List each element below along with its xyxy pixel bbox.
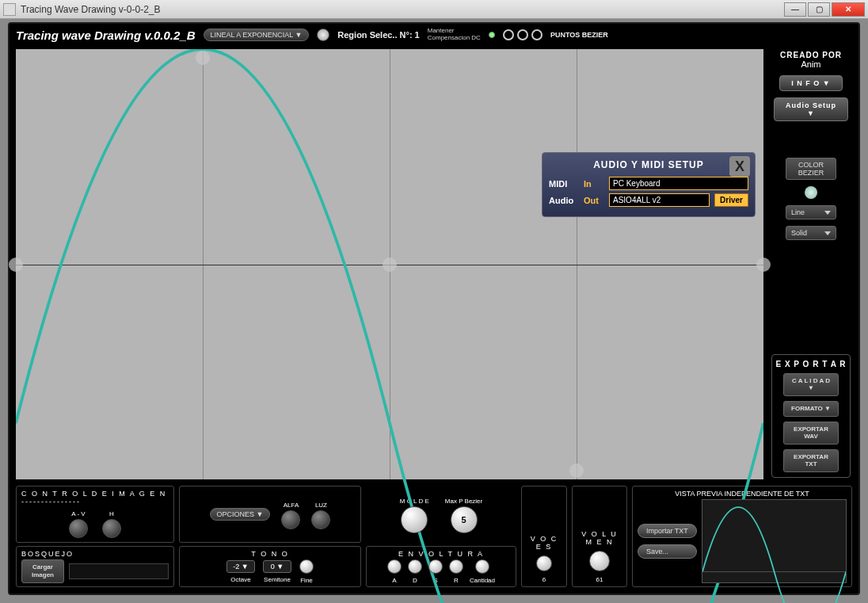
- author-label: Anim: [780, 59, 842, 69]
- formato-dropdown[interactable]: FORMATO ▼: [783, 401, 839, 417]
- export-section: E X P O R T A R C A L I D A D ▼ FORMATO …: [771, 354, 851, 478]
- txt-preview-canvas: [702, 499, 847, 583]
- fill-style-dropdown[interactable]: Solid: [786, 226, 836, 240]
- export-txt-button[interactable]: EXPORTAR TXT: [783, 449, 839, 472]
- voces-knob[interactable]: [536, 555, 552, 571]
- volumen-knob[interactable]: [589, 551, 610, 571]
- h-knob[interactable]: [102, 519, 121, 538]
- midi-in-select[interactable]: PC Keyboard: [609, 177, 748, 190]
- attack-knob[interactable]: [387, 559, 402, 574]
- close-popup-button[interactable]: X: [729, 156, 750, 177]
- waveform-canvas[interactable]: X AUDIO Y MIDI SETUP MIDI In PC Keyboard…: [16, 49, 763, 479]
- line-style-dropdown[interactable]: Line: [786, 205, 836, 219]
- out-label: Out: [584, 196, 604, 205]
- alfa-knob[interactable]: [281, 510, 300, 529]
- export-title: E X P O R T A R: [775, 360, 846, 368]
- max-bezier-knob[interactable]: 5: [451, 506, 478, 533]
- luz-knob[interactable]: [311, 510, 330, 529]
- window-title: Tracing Wave Drawing v-0-0-2_B: [21, 4, 784, 15]
- bezier-handle[interactable]: [196, 51, 210, 65]
- bezier-handle[interactable]: [569, 464, 584, 478]
- region-label: Region Selec.. N°: 1: [337, 30, 419, 40]
- header-knob[interactable]: [317, 29, 329, 41]
- driver-button[interactable]: Driver: [714, 193, 748, 207]
- bezier-point-3-button[interactable]: [531, 29, 542, 40]
- creado-label: CREADO POR: [780, 51, 842, 59]
- bezier-point-2-button[interactable]: [517, 29, 528, 40]
- midi-label: MIDI: [549, 179, 579, 189]
- dc-indicator[interactable]: [489, 32, 495, 38]
- av-knob[interactable]: [69, 519, 88, 538]
- app-header: Tracing wave Drawing v.0.0.2_B LINEAL A …: [10, 24, 858, 46]
- minimize-button[interactable]: —: [784, 2, 806, 17]
- bezier-color-swatch[interactable]: [805, 186, 817, 199]
- bezier-handle[interactable]: [383, 258, 397, 272]
- bezier-handle[interactable]: [756, 258, 771, 272]
- bezier-label: PUNTOS BEZIER: [550, 31, 608, 39]
- app-title: Tracing wave Drawing v.0.0.2_B: [16, 29, 196, 42]
- info-button[interactable]: I N F O ▼: [779, 75, 843, 91]
- bezier-handle[interactable]: [9, 258, 23, 272]
- calidad-dropdown[interactable]: C A L I D A D ▼: [783, 373, 839, 396]
- mode-dropdown[interactable]: LINEAL A EXPONENCIAL ▼: [204, 29, 310, 41]
- maximize-button[interactable]: ▢: [808, 2, 830, 17]
- export-wav-button[interactable]: EXPORTAR WAV: [783, 422, 839, 445]
- audio-label: Audio: [549, 196, 579, 205]
- cantidad-knob[interactable]: [475, 559, 489, 574]
- popup-title: AUDIO Y MIDI SETUP: [549, 159, 748, 170]
- release-knob[interactable]: [449, 559, 463, 574]
- app-icon: [3, 3, 16, 16]
- close-button[interactable]: ✕: [832, 2, 865, 17]
- right-panel: CREADO POR Anim I N F O ▼ Audio Setup ▼ …: [763, 46, 858, 483]
- fine-knob[interactable]: [299, 559, 314, 574]
- molde-knob[interactable]: [401, 506, 428, 533]
- in-label: In: [584, 179, 604, 189]
- audio-midi-setup-popup: X AUDIO Y MIDI SETUP MIDI In PC Keyboard…: [542, 152, 756, 217]
- sustain-knob[interactable]: [428, 559, 443, 574]
- decay-knob[interactable]: [408, 559, 422, 574]
- audio-out-select[interactable]: ASIO4ALL v2: [609, 193, 710, 207]
- dc-label-2: Compensacion DC: [428, 35, 481, 42]
- audio-setup-button[interactable]: Audio Setup ▼: [774, 97, 848, 121]
- color-bezier-dropdown[interactable]: COLOR BEZIER: [786, 158, 836, 180]
- bezier-point-1-button[interactable]: [503, 29, 514, 40]
